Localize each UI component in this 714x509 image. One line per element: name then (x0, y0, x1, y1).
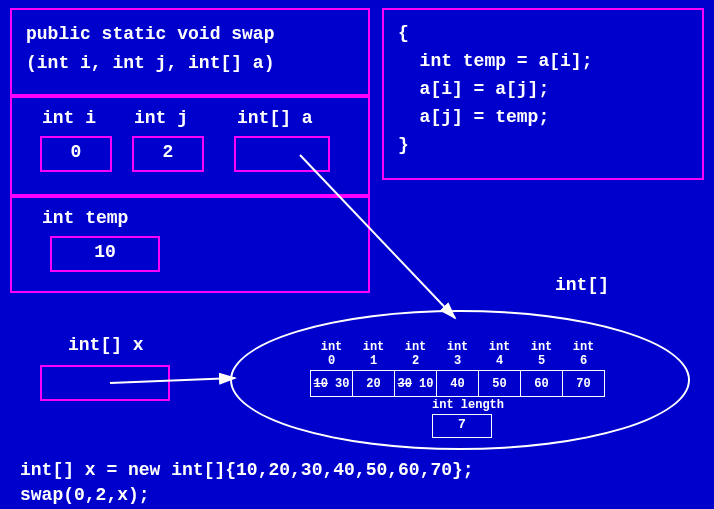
array-cell: 60 (521, 371, 563, 397)
var-a-value (234, 136, 330, 172)
array-cell: 40 (437, 371, 479, 397)
locals-row-2: int temp 10 (10, 196, 370, 293)
array-cell: 50 (479, 371, 521, 397)
array-header: int 0 (311, 340, 353, 371)
var-x-label: int[] x (68, 335, 144, 355)
array-header: int 3 (437, 340, 479, 371)
array-header: int 2 (395, 340, 437, 371)
signature-line1: public static void swap (26, 20, 354, 49)
array-header: int 6 (563, 340, 605, 371)
array-headers: int 0 int 1 int 2 int 3 int 4 int 5 int … (311, 340, 605, 371)
array-cell: 10 30 (311, 371, 353, 397)
array-header: int 1 (353, 340, 395, 371)
driver-code: int[] x = new int[]{10,20,30,40,50,60,70… (20, 458, 474, 508)
var-i-label: int i (42, 108, 96, 128)
array-header: int 4 (479, 340, 521, 371)
heap-type-label: int[] (555, 275, 609, 295)
var-j-label: int j (134, 108, 188, 128)
var-i-value: 0 (40, 136, 112, 172)
array-cell: 30 10 (395, 371, 437, 397)
array-length-label: int length (432, 398, 504, 412)
var-a-label: int[] a (237, 108, 313, 128)
array-values: 10 30 20 30 10 40 50 60 70 (311, 371, 605, 397)
method-body: { int temp = a[i]; a[i] = a[j]; a[j] = t… (382, 8, 704, 180)
var-x-value (40, 365, 170, 401)
array-cell: 70 (563, 371, 605, 397)
array-length-value: 7 (432, 414, 492, 438)
var-temp-value: 10 (50, 236, 160, 272)
signature-line2: (int i, int j, int[] a) (26, 49, 354, 78)
array-header: int 5 (521, 340, 563, 371)
method-signature: public static void swap (int i, int j, i… (10, 8, 370, 96)
locals-row-1: int i 0 int j 2 int[] a (10, 96, 370, 196)
var-temp-label: int temp (42, 208, 128, 228)
var-j-value: 2 (132, 136, 204, 172)
array-cell: 20 (353, 371, 395, 397)
array-table: int 0 int 1 int 2 int 3 int 4 int 5 int … (310, 340, 605, 397)
